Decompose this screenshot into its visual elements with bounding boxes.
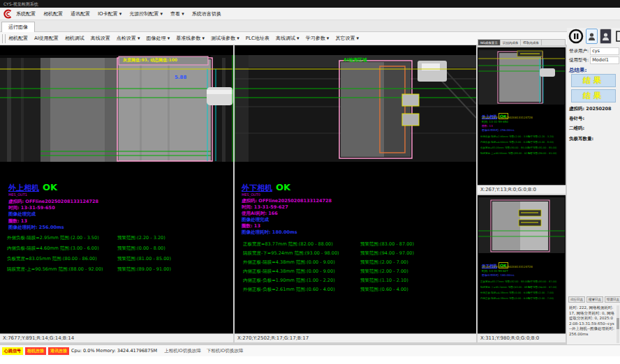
preview2-meas-row: 内侧正极-隔膜=4.38mm 范围:(0.00 - 9.00) bbox=[480, 297, 530, 300]
preview2-image[interactable] bbox=[478, 197, 565, 253]
menu-io-config[interactable]: IO卡配置 ▾ bbox=[98, 10, 121, 17]
preview1-image[interactable] bbox=[478, 49, 565, 105]
sidebar-iconrow bbox=[568, 29, 620, 44]
upper-camera-fault: 上相机IO切换故障 bbox=[164, 348, 201, 354]
camera2-warn-row: 预警范围:(83.00 - 87.00) bbox=[360, 241, 414, 248]
tool-offline-debug[interactable]: 离线调试 ▾ bbox=[276, 35, 300, 42]
log-scrollbar[interactable] bbox=[617, 305, 619, 343]
camera1-process-done: 图像处理完成 bbox=[8, 211, 36, 218]
camera1-threshold-label: 灰度阈值:93, 动态阈值:100 bbox=[123, 57, 177, 63]
preview1-warn-row: 预警范围:(2.20 - 3.20) bbox=[528, 135, 554, 138]
preview2-view[interactable]: 外下相机OK 虚拟码: OFFline20250208133124728 时间:… bbox=[478, 195, 566, 342]
log-button-error[interactable]: 错误日志 bbox=[605, 296, 620, 303]
login-user-label: 登录用户: bbox=[569, 48, 589, 54]
tool-camera-config[interactable]: 相机配置 bbox=[8, 35, 28, 42]
user-manage-button[interactable] bbox=[600, 29, 612, 44]
camera1-image[interactable] bbox=[0, 55, 233, 162]
camera2-elapsed: 图像处理耗时: 180.00ms bbox=[242, 229, 297, 236]
heartbeat-badge: 心跳信号 bbox=[2, 347, 23, 355]
needle-number-label: 卷针号: bbox=[569, 116, 584, 122]
camera2-meas-row: 正极宽度=83.77mm 范围:(82.00 - 88.00) bbox=[243, 241, 333, 248]
preview2-warn-row: 预警范围:(2.00 - 7.00) bbox=[528, 297, 554, 300]
pause-button[interactable] bbox=[568, 29, 584, 44]
camera1-time: 时间: 13-31-59-650 bbox=[8, 205, 55, 211]
tab-run-image[interactable]: 运行图像 bbox=[1, 22, 35, 33]
camera2-meas-row: 内侧正极-负极=1.90mm 范围:(1.00 - 2.20) bbox=[243, 278, 335, 284]
camera2-ai-region-label: AI检测区域 bbox=[344, 57, 367, 63]
tab-count-label: 负极耳数量: bbox=[569, 136, 593, 142]
preview2-meas-row: 隔膜宽度-下=95.24mm 范围:(93.00 - 98.00) bbox=[480, 286, 532, 289]
qrcode-label: 二维码: bbox=[569, 126, 584, 132]
camera2-name: 外下相机 bbox=[242, 183, 272, 192]
camera1-meas-row: 负极宽度=83.05mm 范围:(80.00 - 86.00) bbox=[7, 256, 97, 262]
camera1-virtual-code: 虚拟码: OFFline20250208133124728 bbox=[8, 199, 98, 205]
tool-baseline-params[interactable]: 基准线参数 ▾ bbox=[176, 35, 205, 42]
model-value[interactable]: Model1 bbox=[590, 56, 619, 64]
right-sidebar: 登录用户: cys 使用型号: Model1 总结果: 结果 结果 虚拟码: 2… bbox=[567, 28, 620, 344]
log-button-run[interactable]: 运行日志 bbox=[568, 296, 585, 303]
logout-button[interactable] bbox=[614, 29, 620, 43]
preview2-coordbar: X:311;Y:980;R:0;G:0;B:0 bbox=[478, 333, 566, 342]
login-user-button[interactable] bbox=[586, 29, 598, 44]
preview2-meas-row: 外侧正极-隔膜=4.38mm 范围:(0.00 - 9.00) bbox=[480, 291, 530, 294]
camera1-warn-row: 预警范围:(89.00 - 91.00) bbox=[117, 266, 171, 273]
tool-camera-debug[interactable]: 相机调试 bbox=[65, 35, 84, 42]
preview1-meas-row: 外侧负极-隔膜=2.95mm 范围:(2.00 - 3.50) bbox=[480, 135, 530, 138]
camera2-warn-row: 预警范围:(94.00 - 97.00) bbox=[360, 250, 414, 257]
tool-learn-params[interactable]: 学习参数 ▾ bbox=[306, 35, 330, 42]
camera1-warn-row: 预警范围:(81.00 - 85.00) bbox=[117, 256, 171, 262]
preview1-meas-row: 负极宽度=83.05mm 范围:(80.00 - 86.00) bbox=[480, 146, 529, 149]
main-area: 灰度阈值:93, 动态阈值:100 5.88 外上相机OK MES_OUT1 虚… bbox=[0, 45, 620, 344]
tool-plc-address[interactable]: PLC地址表 bbox=[246, 35, 270, 42]
menu-view[interactable]: 查看 ▾ bbox=[170, 10, 184, 17]
menu-comm-config[interactable]: 通讯配置 bbox=[71, 10, 90, 17]
camera2-meas-row: 隔膜宽度-下=95.24mm 范围:(93.00 - 98.00) bbox=[243, 250, 339, 257]
camera2-ok-status: OK bbox=[276, 182, 290, 192]
preview2-time: 时间: 13-31-59-627 bbox=[482, 269, 508, 273]
camera1-elapsed: 图像处理耗时: 256.00ms bbox=[8, 225, 64, 231]
title-bar: CYS-视觉检测系统 bbox=[0, 0, 620, 8]
preview1-vcode: 虚拟码: OFFline20250208133124728 bbox=[482, 116, 533, 119]
tool-ai-config[interactable]: AI使用配置 bbox=[34, 35, 59, 42]
camera1-view[interactable]: 灰度阈值:93, 动态阈值:100 5.88 外上相机OK MES_OUT1 虚… bbox=[0, 45, 233, 342]
menu-system-config[interactable]: 系统配置 bbox=[16, 10, 36, 17]
camera2-warn-row: 预警范围:(2.00 - 7.00) bbox=[360, 259, 408, 266]
menu-camera-config[interactable]: 相机配置 bbox=[43, 10, 63, 17]
camera2-process-done: 图像处理完成 bbox=[242, 217, 269, 223]
log-button-row: 运行日志 报警日志 错误日志 bbox=[568, 296, 620, 303]
preview1-warn-row: 预警范围:(0.00 - 8.00) bbox=[528, 141, 554, 144]
menu-light-config[interactable]: 光源控制配置 ▾ bbox=[129, 10, 163, 17]
preview1-time: 时间: 13-31-59-650 bbox=[482, 120, 508, 123]
lower-camera-fault: 下相机IO切换故障 bbox=[207, 348, 244, 354]
login-user-value[interactable]: cys bbox=[590, 47, 619, 55]
camera2-ai-elapsed: 使用AI耗时: 166 bbox=[242, 211, 278, 217]
comm-connect-badge: 通讯连接 bbox=[48, 347, 69, 355]
menu-language-switch[interactable]: 系统语言切换 bbox=[192, 10, 221, 17]
camera1-meas-row: 隔膜宽度-上=90.56mm 范围:(88.00 - 92.00) bbox=[7, 266, 103, 273]
tool-offline-setting[interactable]: 离线设置 bbox=[91, 35, 110, 42]
camera1-meas-row: 内侧负极-隔膜=4.60mm 范围:(3.00 - 6.00) bbox=[7, 245, 99, 252]
camera2-coordbar: X:270;Y:2502;R:17;G:17;B:17 bbox=[235, 333, 476, 342]
camera2-time: 时间: 13-31-59-627 bbox=[242, 204, 288, 211]
cpu-memory-status: Cpu: 0.0% Memory: 3424.41796875M bbox=[71, 348, 157, 354]
camera2-image[interactable] bbox=[235, 55, 476, 162]
tool-spot-check[interactable]: 点检设置 ▾ bbox=[117, 35, 140, 42]
preview1-meas-row: 内侧负极-隔膜=4.60mm 范围:(3.00 - 6.00) bbox=[480, 141, 530, 144]
log-scrollbar-thumb[interactable] bbox=[617, 318, 619, 329]
log-button-alarm[interactable]: 报警日志 bbox=[586, 296, 603, 303]
tool-image-process[interactable]: 图像处理 ▾ bbox=[147, 35, 170, 42]
preview2-warn-row: 预警范围:(83.00 - 87.00) bbox=[528, 280, 556, 283]
log-text: 耗时: 222, 网络检测耗时: 17, 网络分类耗时: 0, 网络提取分区耗时… bbox=[569, 305, 615, 343]
total-result-label: 总结果: bbox=[569, 67, 587, 74]
camera2-view[interactable]: AI检测区域 外下相机OK MES_OUT0 虚拟码: OFFline20250… bbox=[235, 45, 476, 342]
preview1-view[interactable]: 外上相机OK 虚拟码: OFFline20250208133124728 时间:… bbox=[478, 47, 566, 194]
camera1-value-label: 5.88 bbox=[175, 75, 186, 80]
camera1-rounds: 圈数: 13 bbox=[8, 218, 27, 225]
camera2-meas-row: 内侧正极-隔膜=4.38mm 范围:(0.00 - 9.00) bbox=[243, 268, 335, 275]
preview1-meas-row: 隔膜宽度-上=90.56mm 范围:(88.00 - 92.00) bbox=[480, 152, 532, 155]
preview1-warn-row: 预警范围:(81.00 - 85.00) bbox=[528, 146, 556, 149]
tool-test-params[interactable]: 测试项参数 ▾ bbox=[211, 35, 239, 42]
tool-other-setting[interactable]: 其它设置 ▾ bbox=[335, 35, 359, 42]
camera1-mes-tag: MES_OUT1 bbox=[8, 192, 27, 197]
preview2-elapsed: 图像处理耗时: 180.00ms bbox=[482, 273, 515, 277]
